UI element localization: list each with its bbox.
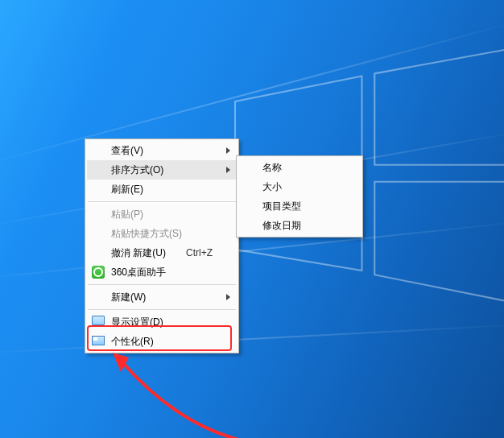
menu-item-label: 360桌面助手 — [111, 266, 213, 279]
app-360-icon — [92, 266, 105, 279]
annotation-arrow-icon — [105, 348, 250, 438]
menu-item-display-settings[interactable]: 显示设置(D) — [87, 312, 237, 332]
menu-item-personalize[interactable]: 个性化(R) — [87, 332, 237, 351]
personalize-icon — [92, 336, 105, 345]
light-streak — [0, 19, 504, 167]
submenu-arrow-icon — [226, 167, 230, 173]
menu-item-view[interactable]: 查看(V) — [87, 141, 237, 160]
menu-item-undo-new[interactable]: 撤消 新建(U) Ctrl+Z — [87, 243, 237, 262]
menu-item-new[interactable]: 新建(W) — [87, 287, 237, 307]
submenu-item-name[interactable]: 名称 — [238, 158, 361, 177]
menu-item-label: 新建(W) — [111, 291, 213, 304]
menu-separator — [88, 284, 236, 285]
menu-item-refresh[interactable]: 刷新(E) — [87, 180, 237, 199]
menu-item-label: 名称 — [262, 161, 337, 175]
submenu-arrow-icon — [226, 147, 230, 154]
submenu-item-size[interactable]: 大小 — [238, 177, 361, 196]
menu-item-label: 刷新(E) — [111, 183, 213, 196]
menu-separator — [88, 309, 236, 310]
menu-item-paste: 粘贴(P) — [87, 205, 237, 224]
desktop-context-menu: 查看(V) 排序方式(O) 刷新(E) 粘贴(P) 粘贴快捷方式(S) 撤消 新… — [85, 138, 239, 353]
menu-item-label: 个性化(R) — [111, 335, 213, 349]
sort-submenu: 名称 大小 项目类型 修改日期 — [236, 155, 363, 238]
light-streak — [0, 324, 504, 355]
menu-item-360-helper[interactable]: 360桌面助手 — [87, 262, 237, 282]
submenu-item-date[interactable]: 修改日期 — [238, 216, 361, 235]
monitor-icon — [92, 316, 105, 325]
submenu-arrow-icon — [226, 294, 230, 300]
menu-item-label: 显示设置(D) — [111, 316, 213, 329]
menu-item-label: 粘贴(P) — [111, 208, 213, 221]
menu-item-label: 排序方式(O) — [111, 163, 213, 177]
menu-separator — [88, 201, 236, 202]
menu-item-sort[interactable]: 排序方式(O) — [87, 160, 237, 180]
menu-item-label: 撤消 新建(U) — [111, 246, 176, 260]
menu-item-shortcut: Ctrl+Z — [186, 247, 213, 258]
submenu-item-type[interactable]: 项目类型 — [238, 196, 361, 216]
menu-item-label: 查看(V) — [111, 144, 213, 158]
desktop[interactable]: 查看(V) 排序方式(O) 刷新(E) 粘贴(P) 粘贴快捷方式(S) 撤消 新… — [0, 0, 504, 438]
menu-item-label: 修改日期 — [262, 219, 337, 233]
menu-item-paste-shortcut: 粘贴快捷方式(S) — [87, 224, 237, 243]
menu-item-label: 项目类型 — [262, 200, 337, 213]
menu-item-label: 大小 — [262, 180, 337, 194]
menu-item-label: 粘贴快捷方式(S) — [111, 227, 213, 241]
